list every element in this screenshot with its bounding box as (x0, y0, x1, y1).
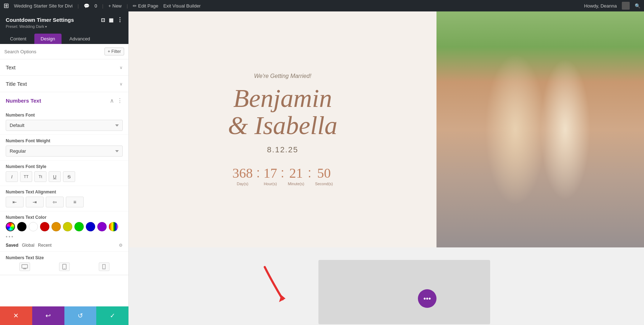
black-color-swatch[interactable] (17, 222, 26, 231)
svg-rect-0 (22, 265, 28, 268)
section-title-text[interactable]: Title Text ∨ (0, 76, 128, 92)
countdown-days-number: 368 (232, 165, 253, 181)
exit-visual-builder-button[interactable]: Exit Visual Builder (163, 3, 201, 9)
wedding-section: We're Getting Married! Benjamin& Isabell… (129, 11, 644, 247)
numbers-text-header[interactable]: Numbers Text ∧ ⋮ (0, 92, 128, 109)
tab-design[interactable]: Design (34, 34, 62, 44)
align-left-button[interactable]: ⇤ (6, 197, 24, 207)
tablet-size-slider (45, 262, 83, 271)
section-text[interactable]: Text ∨ (0, 59, 128, 76)
edit-page-button[interactable]: ✏ Edit Page (133, 3, 158, 9)
italic-button[interactable]: I (6, 171, 18, 182)
more-options-icon: ••• (423, 295, 431, 303)
countdown-hours: 17 Hour(s) (264, 165, 277, 186)
redo-button[interactable]: ↺ (64, 306, 97, 325)
underline-button[interactable]: U (49, 171, 61, 182)
desktop-icon[interactable] (19, 262, 30, 271)
panel-body: Text ∨ Title Text ∨ Numbers Text ∧ ⋮ (0, 59, 128, 325)
align-right-button[interactable]: ⇦ (46, 197, 64, 207)
align-justify-button[interactable]: ≡ (66, 197, 84, 207)
countdown-minutes-number: 21 (289, 165, 303, 181)
countdown-hours-label: Hour(s) (264, 182, 277, 186)
numbers-text-color-label: Numbers Text Color (6, 215, 123, 220)
wp-logo-icon[interactable]: ⊞ (4, 2, 9, 10)
more-options-button[interactable]: ••• (418, 289, 436, 308)
numbers-font-weight-select[interactable]: Regular (6, 146, 123, 157)
custom-color-swatch[interactable] (6, 222, 15, 231)
svg-point-7 (104, 268, 104, 269)
capitalize-button[interactable]: Tt (34, 171, 47, 182)
comment-icon: 💬 (84, 3, 89, 9)
rainbow-color-swatch[interactable] (109, 222, 118, 231)
blue-color-swatch[interactable] (86, 222, 95, 231)
panel-icon-monitor[interactable]: ⊡ (101, 17, 105, 23)
arrow-annotation (254, 264, 301, 308)
purple-color-swatch[interactable] (97, 222, 107, 231)
numbers-font-select[interactable]: Default (6, 120, 123, 131)
wedding-subtitle: We're Getting Married! (254, 73, 311, 79)
align-center-button[interactable]: ⇥ (26, 197, 44, 207)
color-settings-icon[interactable]: ⚙ (119, 243, 123, 248)
tablet-icon[interactable] (59, 262, 70, 271)
new-button[interactable]: + New (108, 3, 122, 9)
numbers-text-size-label: Numbers Text Size (6, 255, 123, 260)
panel-icon-layout[interactable]: ▦ (109, 17, 113, 23)
search-input[interactable] (4, 49, 104, 54)
save-button[interactable]: ✓ (96, 306, 128, 325)
color-swatches (6, 222, 123, 231)
style-buttons: I TT Tt U S (6, 171, 123, 182)
section-title-text-label: Title Text (6, 81, 27, 87)
numbers-font-weight-label: Numbers Font Weight (6, 138, 123, 143)
howdy-text: Howdy, Deanna (584, 3, 617, 9)
yellow-color-swatch[interactable] (63, 222, 72, 231)
bottom-section: ••• (129, 247, 644, 325)
mobile-size-slider (85, 262, 123, 271)
tab-content[interactable]: Content (4, 34, 33, 44)
countdown-sep-1: : (256, 165, 260, 180)
settings-panel: Countdown Timer Settings ⊡ ▦ ⋮ Preset: W… (0, 11, 129, 325)
saved-tab[interactable]: Saved (6, 243, 18, 248)
countdown-hours-number: 17 (264, 165, 277, 181)
site-name[interactable]: Wedding Starter Site for Divi (14, 3, 73, 9)
strikethrough-button[interactable]: S (63, 171, 75, 182)
color-more-dots[interactable]: ••• (6, 233, 123, 240)
undo-button[interactable]: ↩ (32, 306, 64, 325)
cancel-button[interactable]: ✕ (0, 306, 32, 325)
topbar: ⊞ Wedding Starter Site for Divi | 💬 0 | … (0, 0, 644, 11)
panel-preset[interactable]: Preset: Wedding Dark ▾ (6, 24, 123, 29)
numbers-font-weight-group: Numbers Font Weight Regular (0, 135, 128, 161)
mobile-icon[interactable] (99, 262, 109, 271)
comment-count[interactable]: 0 (94, 3, 97, 9)
alignment-buttons: ⇤ ⇥ ⇦ ≡ (6, 197, 123, 207)
green-color-swatch[interactable] (74, 222, 84, 231)
bottom-content-placeholder (318, 260, 490, 324)
panel-header: Countdown Timer Settings ⊡ ▦ ⋮ Preset: W… (0, 11, 128, 31)
countdown-sep-2: : (281, 165, 284, 180)
countdown-seconds-label: Second(s) (315, 182, 333, 186)
filter-button[interactable]: + Filter (104, 48, 124, 55)
numbers-text-more-icon[interactable]: ⋮ (117, 97, 123, 104)
orange-color-swatch[interactable] (52, 222, 61, 231)
numbers-text-icons: ∧ ⋮ (110, 97, 123, 104)
svg-marker-8 (279, 295, 286, 302)
numbers-text-label: Numbers Text (6, 98, 41, 104)
tab-advanced[interactable]: Advanced (63, 34, 97, 44)
countdown-timer: 368 Day(s) : 17 Hour(s) : 21 Minute(s) : (232, 165, 333, 186)
chevron-down-icon: ∨ (119, 65, 123, 70)
recent-tab[interactable]: Recent (38, 243, 52, 248)
global-tab[interactable]: Global (22, 243, 34, 248)
panel-icon-more[interactable]: ⋮ (117, 16, 123, 23)
section-numbers-text: Numbers Text ∧ ⋮ Numbers Font Default Nu… (0, 92, 128, 275)
uppercase-button[interactable]: TT (20, 171, 32, 182)
topbar-search-icon[interactable]: 🔍 (635, 3, 640, 9)
chevron-up-icon[interactable]: ∧ (110, 97, 114, 104)
wedding-photo-panel (436, 11, 644, 247)
wedding-date: 8.12.25 (267, 145, 298, 154)
white-color-swatch[interactable] (29, 222, 38, 231)
countdown-seconds: 50 Second(s) (315, 165, 333, 186)
numbers-text-alignment-group: Numbers Text Alignment ⇤ ⇥ ⇦ ≡ (0, 186, 128, 211)
countdown-minutes-label: Minute(s) (288, 182, 304, 186)
wedding-left-panel: We're Getting Married! Benjamin& Isabell… (129, 11, 436, 247)
panel-tabs: Content Design Advanced (0, 31, 128, 44)
red-color-swatch[interactable] (40, 222, 49, 231)
